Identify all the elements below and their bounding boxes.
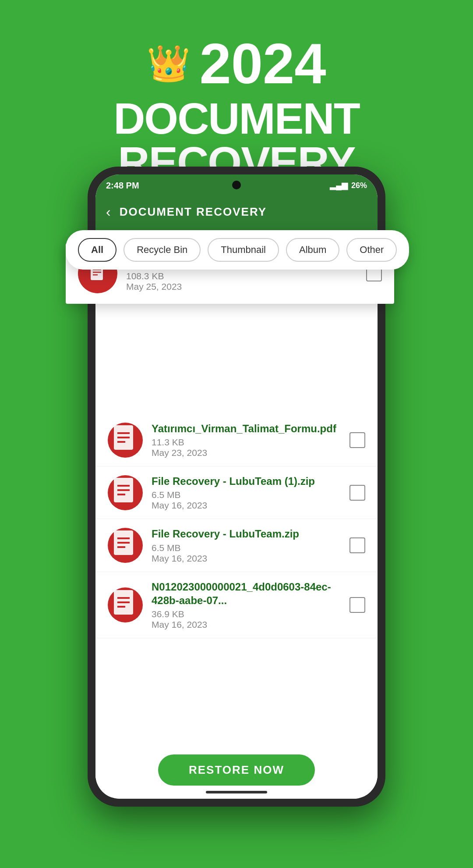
restore-now-button[interactable]: RESTORE NOW — [158, 754, 315, 786]
list-item[interactable]: Yatırımcı_Virman_Talimat_Formu.pdf 11.3 … — [95, 414, 378, 466]
file-icon — [108, 587, 143, 623]
file-icon — [108, 423, 143, 458]
battery-icon: 26% — [351, 181, 367, 190]
file-checkbox[interactable] — [349, 485, 365, 501]
file-info: Yatırımcı_Virman_Talimat_Formu.pdf 11.3 … — [152, 422, 341, 458]
file-name: N012023000000021_4d0d0603-84ec-428b-aabe… — [152, 580, 341, 607]
file-icon — [108, 475, 143, 510]
file-list: 11.3 KB May 23, 2023 — [95, 252, 378, 799]
crown-icon: 👑 — [147, 43, 191, 84]
file-items-list: Yatırımcı_Virman_Talimat_Formu.pdf 11.3 … — [95, 414, 378, 751]
tab-album[interactable]: Album — [286, 238, 339, 262]
file-checkbox[interactable] — [349, 537, 365, 553]
file-info: N012023000000021_4d0d0603-84ec-428b-aabe… — [152, 580, 341, 630]
file-date: May 23, 2023 — [152, 448, 341, 458]
file-name: File Recovery - LubuTeam (1).zip — [152, 474, 341, 488]
file-name: File Recovery - LubuTeam.zip — [152, 527, 341, 541]
list-item[interactable]: N012023000000021_4d0d0603-84ec-428b-aabe… — [95, 572, 378, 638]
list-item[interactable]: File Recovery - LubuTeam.zip 6.5 MB May … — [95, 519, 378, 572]
file-checkbox[interactable] — [349, 597, 365, 613]
file-date-highlighted: May 25, 2023 — [126, 281, 357, 292]
back-button[interactable]: ‹ — [106, 204, 111, 220]
file-size-highlighted: 108.3 KB — [126, 271, 357, 281]
camera-notch — [232, 181, 241, 189]
file-checkbox[interactable] — [349, 432, 365, 448]
status-time: 2:48 PM — [106, 181, 139, 191]
status-icons: ▂▄▆ 26% — [330, 181, 367, 190]
tab-thumbnail[interactable]: Thumbnail — [208, 238, 279, 262]
year-text: 2024 — [199, 35, 326, 92]
tab-other[interactable]: Other — [346, 238, 397, 262]
category-tabs: All Recycle Bin Thumbnail Album Other — [66, 230, 409, 270]
top-bar: ‹ DOCUMENT RECOVERY — [95, 196, 378, 227]
tab-recycle-bin[interactable]: Recycle Bin — [124, 238, 201, 262]
phone-mockup: 2:48 PM ▂▄▆ 26% ‹ DOCUMENT RECOVERY From… — [88, 167, 385, 815]
file-size: 6.5 MB — [152, 490, 341, 500]
list-item[interactable]: File Recovery - LubuTeam (1).zip 6.5 MB … — [95, 466, 378, 519]
restore-btn-container: RESTORE NOW — [95, 754, 378, 786]
tab-all[interactable]: All — [78, 238, 116, 262]
file-size: 11.3 KB — [152, 437, 341, 448]
file-name: Yatırımcı_Virman_Talimat_Formu.pdf — [152, 422, 341, 435]
file-date: May 16, 2023 — [152, 553, 341, 564]
file-date: May 16, 2023 — [152, 500, 341, 511]
file-info: File Recovery - LubuTeam (1).zip 6.5 MB … — [152, 474, 341, 511]
file-size: 6.5 MB — [152, 543, 341, 553]
file-date: May 16, 2023 — [152, 619, 341, 630]
home-indicator — [206, 791, 267, 793]
screen-title: DOCUMENT RECOVERY — [120, 205, 267, 219]
file-icon — [108, 528, 143, 563]
file-info: File Recovery - LubuTeam.zip 6.5 MB May … — [152, 527, 341, 563]
file-size: 36.9 KB — [152, 609, 341, 619]
signal-icon: ▂▄▆ — [330, 181, 348, 190]
